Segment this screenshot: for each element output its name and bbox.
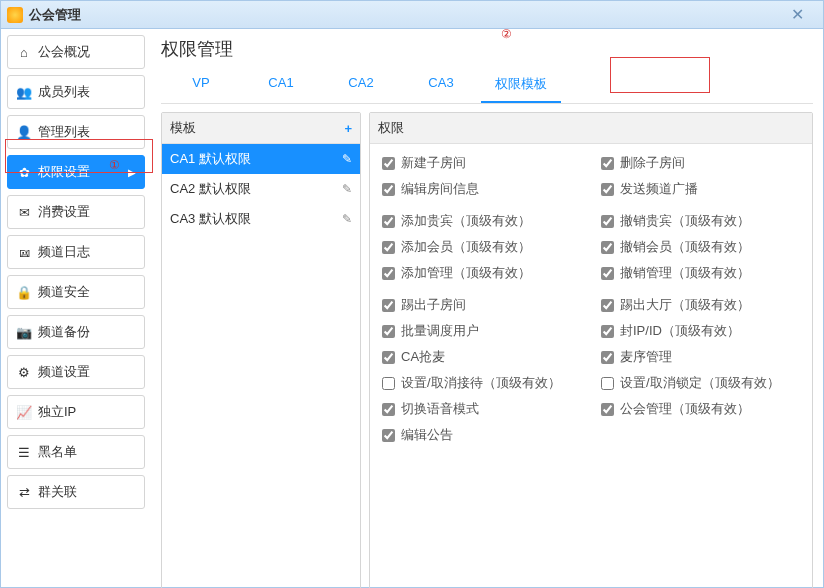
permission-checkbox[interactable]	[382, 351, 395, 364]
sidebar-item-0[interactable]: ⌂公会概况	[7, 35, 145, 69]
permission-item[interactable]: 设置/取消接待（顶级有效）	[382, 374, 581, 392]
sidebar-item-1[interactable]: 👥成员列表	[7, 75, 145, 109]
permission-item[interactable]: 撤销会员（顶级有效）	[601, 238, 800, 256]
template-label: CA3 默认权限	[170, 210, 251, 228]
sidebar-item-10[interactable]: ☰黑名单	[7, 435, 145, 469]
permission-item[interactable]: 编辑房间信息	[382, 180, 581, 198]
sidebar-item-6[interactable]: 🔒频道安全	[7, 275, 145, 309]
permission-item[interactable]: 批量调度用户	[382, 322, 581, 340]
chevron-right-icon: ▶	[128, 167, 136, 178]
app-icon	[7, 7, 23, 23]
permission-checkbox[interactable]	[601, 351, 614, 364]
main-panel: 权限管理 VPCA1CA2CA3权限模板 模板 + CA1 默认权限✎CA2 默…	[151, 29, 823, 587]
permission-checkbox[interactable]	[382, 429, 395, 442]
permission-item[interactable]: 添加贵宾（顶级有效）	[382, 212, 581, 230]
permission-checkbox[interactable]	[601, 157, 614, 170]
sidebar-item-label: 频道备份	[38, 323, 90, 341]
sidebar-item-label: 频道安全	[38, 283, 90, 301]
permission-label: 封IP/ID（顶级有效）	[620, 322, 740, 340]
sidebar-item-4[interactable]: ✉消费设置	[7, 195, 145, 229]
permission-checkbox[interactable]	[382, 299, 395, 312]
permission-checkbox[interactable]	[601, 183, 614, 196]
sidebar-icon: ☰	[16, 445, 32, 460]
permission-item[interactable]: 删除子房间	[601, 154, 800, 172]
permission-checkbox[interactable]	[382, 325, 395, 338]
sidebar-item-label: 公会概况	[38, 43, 90, 61]
permission-checkbox[interactable]	[601, 215, 614, 228]
sidebar-item-label: 频道设置	[38, 363, 90, 381]
edit-icon[interactable]: ✎	[342, 152, 352, 166]
close-icon[interactable]: ✕	[777, 5, 817, 24]
permission-checkbox[interactable]	[382, 403, 395, 416]
permission-item[interactable]: 踢出大厅（顶级有效）	[601, 296, 800, 314]
permission-label: 编辑房间信息	[401, 180, 479, 198]
sidebar-item-2[interactable]: 👤管理列表	[7, 115, 145, 149]
edit-icon[interactable]: ✎	[342, 212, 352, 226]
add-template-icon[interactable]: +	[344, 121, 352, 136]
sidebar-icon: 🔒	[16, 285, 32, 300]
permission-label: 设置/取消锁定（顶级有效）	[620, 374, 780, 392]
permission-item[interactable]: 踢出子房间	[382, 296, 581, 314]
permission-checkbox[interactable]	[382, 157, 395, 170]
permission-item[interactable]: CA抢麦	[382, 348, 581, 366]
permission-checkbox[interactable]	[382, 241, 395, 254]
permission-label: 设置/取消接待（顶级有效）	[401, 374, 561, 392]
sidebar-item-8[interactable]: ⚙频道设置	[7, 355, 145, 389]
permission-panel: 权限 新建子房间删除子房间编辑房间信息发送频道广播添加贵宾（顶级有效）撤销贵宾（…	[369, 112, 813, 588]
template-panel: 模板 + CA1 默认权限✎CA2 默认权限✎CA3 默认权限✎	[161, 112, 361, 588]
tab-权限模板[interactable]: 权限模板	[481, 67, 561, 103]
permission-label: 切换语音模式	[401, 400, 479, 418]
sidebar-item-9[interactable]: 📈独立IP	[7, 395, 145, 429]
permission-label: 添加会员（顶级有效）	[401, 238, 531, 256]
tab-VP[interactable]: VP	[161, 67, 241, 103]
sidebar-item-7[interactable]: 📷频道备份	[7, 315, 145, 349]
permission-item[interactable]: 撤销贵宾（顶级有效）	[601, 212, 800, 230]
annotation-2: ②	[501, 27, 512, 41]
tab-CA3[interactable]: CA3	[401, 67, 481, 103]
permission-item[interactable]: 添加管理（顶级有效）	[382, 264, 581, 282]
permission-checkbox[interactable]	[601, 377, 614, 390]
permission-label: 发送频道广播	[620, 180, 698, 198]
window-title: 公会管理	[29, 6, 81, 24]
permission-label: 踢出子房间	[401, 296, 466, 314]
template-row[interactable]: CA1 默认权限✎	[162, 144, 360, 174]
permission-label: 踢出大厅（顶级有效）	[620, 296, 750, 314]
permission-item[interactable]: 封IP/ID（顶级有效）	[601, 322, 800, 340]
permission-label: 添加管理（顶级有效）	[401, 264, 531, 282]
permission-checkbox[interactable]	[382, 215, 395, 228]
permission-item[interactable]: 设置/取消锁定（顶级有效）	[601, 374, 800, 392]
sidebar-item-label: 成员列表	[38, 83, 90, 101]
permission-checkbox[interactable]	[382, 377, 395, 390]
template-row[interactable]: CA3 默认权限✎	[162, 204, 360, 234]
permission-item[interactable]: 麦序管理	[601, 348, 800, 366]
tab-CA1[interactable]: CA1	[241, 67, 321, 103]
sidebar-icon: ⇄	[16, 485, 32, 500]
permission-item[interactable]: 发送频道广播	[601, 180, 800, 198]
permission-checkbox[interactable]	[601, 267, 614, 280]
permission-checkbox[interactable]	[382, 183, 395, 196]
template-row[interactable]: CA2 默认权限✎	[162, 174, 360, 204]
permission-item[interactable]: 编辑公告	[382, 426, 581, 444]
permission-item[interactable]: 新建子房间	[382, 154, 581, 172]
permission-item[interactable]: 添加会员（顶级有效）	[382, 238, 581, 256]
sidebar-item-5[interactable]: 🖭频道日志	[7, 235, 145, 269]
template-header: 模板 +	[162, 113, 360, 144]
sidebar-item-label: 消费设置	[38, 203, 90, 221]
sidebar-icon: 👤	[16, 125, 32, 140]
permission-label: 撤销贵宾（顶级有效）	[620, 212, 750, 230]
permission-checkbox[interactable]	[601, 403, 614, 416]
sidebar-item-11[interactable]: ⇄群关联	[7, 475, 145, 509]
permission-checkbox[interactable]	[382, 267, 395, 280]
edit-icon[interactable]: ✎	[342, 182, 352, 196]
permission-item[interactable]: 切换语音模式	[382, 400, 581, 418]
tabs: VPCA1CA2CA3权限模板	[161, 67, 813, 104]
sidebar-item-3[interactable]: ✿权限设置▶	[7, 155, 145, 189]
permission-checkbox[interactable]	[601, 325, 614, 338]
permission-label: 批量调度用户	[401, 322, 479, 340]
tab-CA2[interactable]: CA2	[321, 67, 401, 103]
permission-item[interactable]: 公会管理（顶级有效）	[601, 400, 800, 418]
permission-checkbox[interactable]	[601, 241, 614, 254]
permission-item[interactable]: 撤销管理（顶级有效）	[601, 264, 800, 282]
sidebar-item-label: 管理列表	[38, 123, 90, 141]
permission-checkbox[interactable]	[601, 299, 614, 312]
